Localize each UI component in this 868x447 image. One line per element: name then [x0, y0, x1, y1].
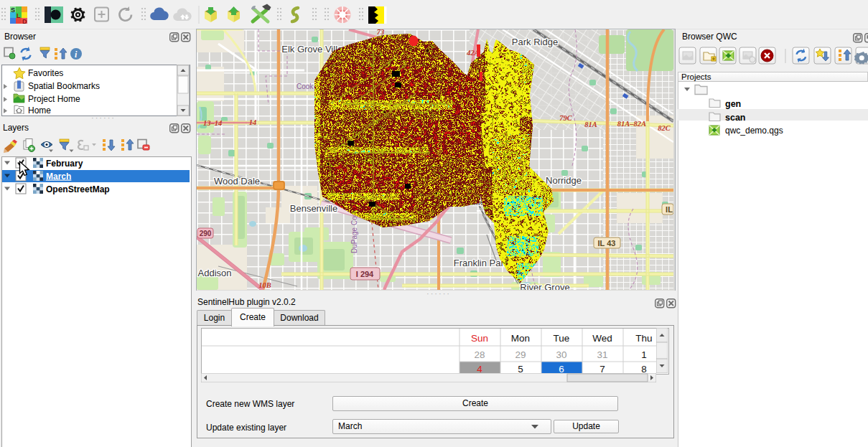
svg-text:River Grove: River Grove: [520, 282, 569, 290]
svg-text:82C: 82C: [658, 124, 671, 132]
svg-text:13–14: 13–14: [203, 119, 222, 127]
svg-text:Tue: Tue: [554, 333, 570, 344]
svg-text:10B: 10B: [258, 281, 271, 289]
svg-text:5: 5: [518, 364, 523, 374]
svg-text:qwc_demo.qgs: qwc_demo.qgs: [725, 126, 783, 136]
svg-text:L: L: [17, 12, 21, 19]
svg-text:79C: 79C: [559, 114, 573, 122]
svg-text:30: 30: [556, 349, 566, 360]
svg-text:14: 14: [249, 118, 257, 126]
svg-text:Home: Home: [28, 105, 51, 114]
svg-text:Addison: Addison: [198, 268, 232, 278]
svg-text:Thu: Thu: [635, 333, 652, 344]
svg-text:March: March: [46, 171, 71, 182]
svg-text:Project Home: Project Home: [28, 94, 80, 104]
svg-text:Favorites: Favorites: [28, 68, 63, 78]
svg-text:Mon: Mon: [511, 333, 530, 344]
svg-text:S: S: [11, 6, 15, 14]
svg-text:81A: 81A: [584, 121, 597, 128]
svg-text:D: D: [22, 18, 27, 25]
svg-text:DuPage Cou: DuPage Cou: [350, 212, 358, 253]
svg-text:Spatial Bookmarks: Spatial Bookmarks: [28, 81, 100, 91]
svg-text:Cook: Cook: [297, 83, 314, 90]
svg-text:7: 7: [599, 364, 605, 374]
svg-text:8: 8: [641, 364, 647, 374]
svg-text:1: 1: [641, 349, 647, 360]
svg-text:IL: IL: [666, 205, 673, 214]
svg-text:4: 4: [477, 364, 482, 374]
svg-text:Bensenville: Bensenville: [290, 203, 338, 214]
svg-text:gen: gen: [725, 99, 741, 109]
svg-text:Park Ridge: Park Ridge: [512, 37, 558, 47]
svg-text:81A–82A: 81A–82A: [617, 120, 646, 128]
svg-text:29: 29: [515, 349, 526, 360]
svg-text:73: 73: [377, 29, 385, 36]
svg-text:Norridge: Norridge: [546, 175, 582, 186]
svg-text:290: 290: [200, 230, 212, 237]
svg-text:6: 6: [559, 364, 564, 374]
svg-text:Sun: Sun: [471, 333, 488, 344]
svg-text:Wed: Wed: [592, 333, 612, 344]
svg-text:February: February: [46, 159, 83, 169]
svg-text:I 294: I 294: [356, 270, 374, 278]
svg-text:Wood Dale: Wood Dale: [214, 176, 260, 187]
svg-text:31: 31: [597, 349, 607, 360]
svg-text:28: 28: [474, 349, 485, 360]
svg-text:OpenStreetMap: OpenStreetMap: [46, 184, 110, 194]
svg-text:IL 43: IL 43: [598, 239, 616, 248]
svg-text:scan: scan: [725, 113, 746, 123]
